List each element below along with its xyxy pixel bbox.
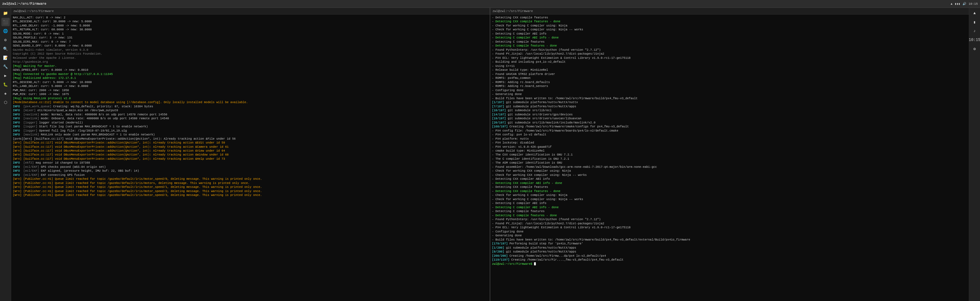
time-display: 10:15 — [969, 2, 978, 6]
right-terminal-line: - PX4 platform: nuttx — [492, 137, 967, 141]
right-terminal-line: - Found UAVCAN STM32 platform driver — [492, 72, 967, 76]
right-sidebar-icon-time: 10:15 — [970, 36, 979, 44]
left-terminal-line: INFO [px4_work_queue] Creating: wq:hp_de… — [13, 104, 488, 109]
left-terminal-line: Released under the Apache 2 License. — [13, 56, 488, 60]
left-terminal-line: INFO [ecl/EKF] GPS checks passed (WGS-84… — [13, 165, 488, 169]
sidebar-icon-search[interactable]: 🔍 — [2, 45, 10, 53]
right-terminal-line: - Found PY_Jinja2: /usr/local/lib/python… — [492, 52, 967, 56]
left-terminal-header: zwl@zwl:~/src/Firmware — [11, 8, 490, 14]
left-terminal-line: [Msg] Waiting for master. — [13, 64, 488, 68]
right-terminal-line: - PX4 ECL: Very lightweight Estimation &… — [492, 56, 967, 60]
left-terminal-line: INFO [ecl/EKF] EKF aligned, (pressure he… — [13, 169, 488, 173]
left-terminal-line: RTL_DESCEND_ALT: curr: 30.0000 -> new: 5… — [13, 19, 488, 23]
taskbar-right: ▲ ▮▮▮ 🔊 10:15 — [951, 2, 978, 6]
right-terminal-line: [1/197] git submodule platforms/nuttx/Nu… — [492, 100, 967, 104]
sidebar-icon-git[interactable]: ◈ — [2, 89, 10, 98]
battery-icon: ▮▮▮ — [955, 2, 960, 6]
right-terminal-line: [7/197] git submodule platforms/nuttx/Nu… — [492, 104, 967, 109]
sidebar-icon-run[interactable]: ▶ — [2, 71, 10, 80]
right-terminal-line: [10/197] git submodule src/lib/ecl — [492, 109, 967, 112]
right-terminal-line: - ROMFS: Adding rc.board_sensors — [492, 84, 967, 88]
left-terminal-line: [Msg] Using MAVLink protocol v2.0 — [13, 96, 488, 100]
right-terminal-line: - cmake build type: MinSizeRel — [492, 149, 967, 153]
sidebar-icon-terminal[interactable]: ⬛ — [2, 18, 10, 26]
right-terminal-line: [119/1197] Creating /home/zwl/src/Fir...… — [492, 258, 967, 262]
right-terminal-line: [0/200] git submodule platforms/nuttx/Nu… — [492, 250, 967, 254]
right-terminal-line: - Check for working C compiler using: Ni… — [492, 24, 967, 27]
right-sidebar-icon-battery[interactable]: ▮ — [970, 18, 979, 26]
left-terminal-line: RTL_DESCEND_ALT: curr: 5.0000 -> new: 10… — [13, 80, 488, 84]
left-terminal-line: [Msg] Publicized address: 172.17.0.1 — [13, 76, 488, 80]
left-terminal-line: RTL_LAND_DELAY: curr: 5.0000 -> new: 0.0… — [13, 84, 488, 88]
taskbar: zwl@zwl:~/src/Firmware ▲ ▮▮▮ 🔊 10:15 — [0, 0, 980, 8]
left-terminal-line: [Wrn] [GuiIface.cc:117] void DBusMenuExp… — [13, 141, 488, 145]
left-terminal-line: INFO [mixer] etc/mixers/quad_w.main.mix … — [13, 109, 488, 112]
sidebar-icon-browser[interactable]: 🌐 — [2, 27, 10, 35]
sidebar-icon-files[interactable]: 📁 — [2, 9, 10, 17]
left-terminal-line: SENS_BOARD_X_OFF: curr: 0.0000 -> new: 0… — [13, 44, 488, 48]
left-terminal-line: INFO [navlink] mode: Normal, data rate: … — [13, 113, 488, 117]
left-terminal-line: INFO [logger] logger started (mode=all) — [13, 121, 488, 125]
terminal-container: zwl@zwl:~/src/Firmware NAV_DLL_ACT: curr… — [11, 8, 969, 301]
right-terminal-line: - Found PythonInterp: /usr/bin/python (f… — [492, 48, 967, 52]
left-terminal-body[interactable]: NAV_DLL_ACT: curr: 0 -> new: 2RTL_DESCEN… — [11, 14, 490, 301]
left-terminal-line: INFO [ekf2] mag sensor id changed to 197… — [13, 161, 488, 165]
right-terminal-line: - Check for working C compiler using: Ni… — [492, 193, 967, 197]
left-terminal-line: Gazebo multi-robot simulator, version 9.… — [13, 48, 488, 52]
left-terminal-line: INFO [logger] Opened full log file: /log… — [13, 129, 488, 133]
right-sidebar-icon-sound[interactable]: ♪ — [970, 27, 979, 35]
right-terminal-line: - Found assembler: /home/zwl/Downloads/g… — [492, 165, 967, 169]
sidebar-icon-debug[interactable]: 🐛 — [2, 80, 10, 89]
left-terminal-line: INFO [ecl/EKF] EKF connecting GPS fusion — [13, 173, 488, 177]
right-terminal-line: zwl@zwl:~/src/Firmware$ █ — [492, 262, 967, 266]
right-terminal-line: - Configuring done — [492, 230, 967, 234]
right-terminal-line: - Detecting CXX compiler ABI info — [492, 177, 967, 181]
left-terminal-line: SDLOG_DIRS_MAX: curr: 0 -> new: 7 — [13, 40, 488, 44]
right-terminal-line: - Found PythonInterp: /usr/bin/python (f… — [492, 218, 967, 221]
right-terminal-line: - ROMFS: Adding rc.board_defaults — [492, 80, 967, 84]
right-sidebar-icon-settings[interactable]: ⚙ — [970, 45, 979, 53]
taskbar-title: zwl@zwl:~/src/Firmware — [2, 2, 46, 6]
right-terminal-line: [14/197] git submodule src/drivers/gps/d… — [492, 113, 967, 117]
left-terminal-line: [ModelDatabase.cc:212] Unable to connect… — [13, 100, 488, 104]
left-sidebar: 📁 ⬛ 🌐 ⚙ 🔍 📝 🔧 ▶ 🐛 ◈ ⬡ — [0, 8, 11, 301]
right-terminal-line: - Check for working C compiler using: Ni… — [492, 27, 967, 32]
right-terminal-body[interactable]: - Detecting CXX compile features- Detect… — [490, 14, 969, 301]
left-terminal-line: [Wrn] [GuiIface.cc:117] void DBusMenuExp… — [13, 157, 488, 161]
right-terminal-line: - Configuring done — [492, 88, 967, 92]
right-terminal-line: - Found PY_Jinja2: /usr/local/lib/python… — [492, 222, 967, 226]
right-terminal-line: - Detecting C compile features — [492, 209, 967, 213]
left-terminal-line: NAV_DLL_ACT: curr: 0 -> new: 2 — [13, 16, 488, 19]
main-content: 📁 ⬛ 🌐 ⚙ 🔍 📝 🔧 ▶ 🐛 ◈ ⬡ zwl@zwl:~/src/Firm… — [0, 8, 980, 301]
sidebar-icon-code[interactable]: 📝 — [2, 53, 10, 62]
right-terminal-line: - Detecting CXX compile features — [492, 185, 967, 189]
wifi-icon: ▲ — [951, 2, 953, 6]
sidebar-icon-extensions[interactable]: ⬡ — [2, 98, 10, 106]
right-terminal-line: - Build files have been written to: /hom… — [492, 238, 967, 242]
left-terminal-line: http://gazebosim.org — [13, 60, 488, 64]
sidebar-icon-settings[interactable]: ⚙ — [2, 36, 10, 44]
right-terminal-line: - Using C++11 — [492, 64, 967, 68]
left-terminal-panel: zwl@zwl:~/src/Firmware NAV_DLL_ACT: curr… — [11, 8, 490, 301]
right-sidebar-icon-wifi[interactable]: ▲ — [970, 9, 979, 17]
left-terminal-line: SENS_DPRES_OFF: curr: 0.0000 -> new: 0.0… — [13, 68, 488, 72]
right-terminal-line: - Building and including px4_io-v2_defau… — [492, 60, 967, 64]
left-terminal-line: PWM_MAX: curr: 2000 -> new: 1950 — [13, 88, 488, 92]
left-terminal-line: [Wrn] [Publisher.cc:41] Queue limit reac… — [13, 185, 488, 189]
left-terminal-line: PWM_MIN: curr: 1000 -> new: 1075 — [13, 92, 488, 96]
sound-icon: 🔊 — [963, 2, 966, 6]
left-terminal-line: SDLOG_MODE: curr: 0 -> new: 1 — [13, 32, 488, 36]
right-sidebar: ▲ ▮ ♪ 10:15 ⚙ — [969, 8, 980, 301]
right-terminal-line: - Detecting C compile features - done — [492, 213, 967, 218]
right-terminal-line: - Check for working CXX compiler using: … — [492, 173, 967, 177]
right-terminal-line: - Release build type: MinSizeRel — [492, 68, 967, 72]
left-terminal-line: INFO [logger] Start file log (set param … — [13, 125, 488, 128]
right-terminal-line: - Detecting CXX compile features — [492, 16, 967, 19]
sidebar-icon-build[interactable]: 🔧 — [2, 62, 10, 71]
left-terminal-line: [Wrn] [GuiIface.cc:117] void DBusMenuExp… — [13, 153, 488, 157]
right-terminal-line: - ROMFS: px4fmu_common — [492, 76, 967, 80]
right-terminal-line: - Generating done — [492, 234, 967, 237]
left-terminal-line: [Msg] Connected to gazebo master @ http:… — [13, 72, 488, 76]
left-terminal-line: RTL_RETURN_ALT: curr: 60.0000 -> new: 30… — [13, 27, 488, 32]
left-terminal-line: [Wrn] [Publisher.cc:41] Queue limit reac… — [13, 193, 488, 197]
